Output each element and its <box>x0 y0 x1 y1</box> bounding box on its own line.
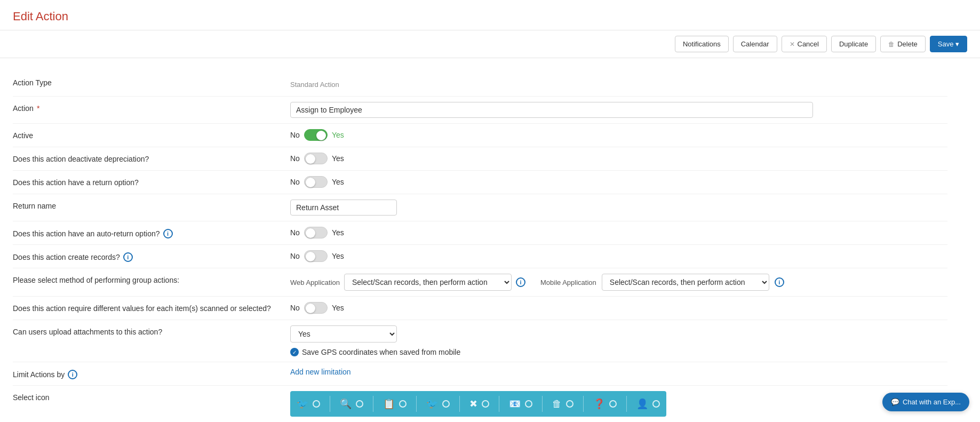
upload-attachments-select[interactable]: Yes <box>290 325 397 343</box>
search-icon: 🔍 <box>340 398 352 410</box>
upload-attachments-label: Can users upload attachments to this act… <box>13 325 290 336</box>
icon-radio-help[interactable] <box>609 400 617 408</box>
mobile-app-info-icon[interactable]: i <box>775 277 784 287</box>
icon-item-trash[interactable]: 🗑 <box>552 399 573 410</box>
icon-item-user[interactable]: 👤 <box>636 398 660 410</box>
create-records-info-icon[interactable]: i <box>123 252 133 262</box>
toggle-track[interactable] <box>304 227 328 238</box>
deactivate-toggle[interactable] <box>304 153 328 164</box>
save-button[interactable]: Save ▾ <box>930 36 967 52</box>
deactivate-depreciation-label: Does this action deactivate depreciation… <box>13 153 290 163</box>
action-type-row: Action Type Standard Action <box>13 71 947 97</box>
icon-item-bird[interactable]: 🐦 <box>426 398 450 410</box>
create-records-toggle[interactable] <box>304 250 328 262</box>
deactivate-toggle-group: No Yes <box>290 153 344 164</box>
save-gps-checkbox-group: ✓ Save GPS coordinates when saved from m… <box>290 348 460 356</box>
return-option-label: Does this action have a return option? <box>13 176 290 187</box>
toggle-track[interactable] <box>304 129 328 141</box>
icon-item-help[interactable]: ❓ <box>593 398 617 410</box>
different-values-label: Does this action require different value… <box>13 302 290 313</box>
action-label: Action* <box>13 102 290 113</box>
active-row: Active No Yes <box>13 124 947 147</box>
different-values-toggle[interactable] <box>304 302 328 314</box>
auto-return-toggle[interactable] <box>304 227 328 238</box>
toggle-thumb <box>306 178 315 187</box>
toggle-thumb <box>306 252 315 261</box>
separator <box>459 396 460 412</box>
toggle-track[interactable] <box>304 250 328 262</box>
icon-picker-row: 🐦 🔍 📋 🐦 <box>290 391 666 417</box>
group-actions-row: Please select method of performing group… <box>13 268 947 297</box>
main-content: Action Type Standard Action Action* Acti… <box>0 58 960 422</box>
return-option-toggle-group: No Yes <box>290 176 344 188</box>
separator <box>542 396 543 412</box>
active-toggle[interactable] <box>304 129 328 141</box>
trash-icon: 🗑 <box>888 41 895 48</box>
icon-radio-trash[interactable] <box>566 400 573 408</box>
icon-radio-user[interactable] <box>652 400 660 408</box>
icon-item-email[interactable]: 📧 <box>509 398 532 410</box>
separator <box>330 396 330 412</box>
return-name-label: Return name <box>13 200 290 210</box>
toggle-track[interactable] <box>304 176 328 188</box>
return-name-value <box>290 200 947 216</box>
icon-radio-email[interactable] <box>525 400 532 408</box>
web-app-label: Web Application <box>290 278 340 286</box>
active-value: No Yes <box>290 129 947 141</box>
limit-actions-info-icon[interactable]: i <box>68 370 77 379</box>
icon-radio-bird[interactable] <box>442 400 450 408</box>
icon-item-search[interactable]: 🔍 <box>340 398 363 410</box>
toggle-track[interactable] <box>304 302 328 314</box>
create-records-row: Does this action create records? i No Ye… <box>13 245 947 268</box>
action-input[interactable] <box>290 102 813 118</box>
notifications-button[interactable]: Notifications <box>675 36 729 52</box>
icon-item-twitter[interactable]: 🐦 <box>297 398 320 410</box>
email-icon: 📧 <box>509 398 521 410</box>
close-x-icon: ✖ <box>469 398 477 410</box>
icon-radio-search[interactable] <box>356 400 363 408</box>
auto-return-value: No Yes <box>290 227 947 238</box>
trash2-icon: 🗑 <box>552 399 562 410</box>
toggle-track[interactable] <box>304 153 328 164</box>
select-icon-label: Select icon <box>13 391 290 402</box>
chat-label: Chat with an Exp... <box>903 398 961 406</box>
auto-return-label: Does this action have an auto-return opt… <box>13 227 290 238</box>
active-label: Active <box>13 129 290 140</box>
delete-button[interactable]: 🗑 Delete <box>880 36 926 52</box>
icon-radio-list[interactable] <box>399 400 407 408</box>
calendar-button[interactable]: Calendar <box>733 36 777 52</box>
chat-button[interactable]: 💬 Chat with an Exp... <box>882 393 969 411</box>
duplicate-button[interactable]: Duplicate <box>831 36 876 52</box>
separator <box>416 396 417 412</box>
mobile-app-select[interactable]: Select/Scan records, then perform action <box>602 274 769 291</box>
web-app-info-icon[interactable]: i <box>516 277 525 287</box>
deactivate-depreciation-row: Does this action deactivate depreciation… <box>13 147 947 171</box>
upload-attachments-row: Can users upload attachments to this act… <box>13 320 947 362</box>
mobile-app-label: Mobile Application <box>540 278 596 286</box>
cancel-button[interactable]: ✕ Cancel <box>782 36 827 52</box>
toggle-thumb <box>306 228 315 238</box>
web-app-select[interactable]: Select/Scan records, then perform action <box>344 274 512 291</box>
chat-icon: 💬 <box>891 398 899 406</box>
toolbar: Notifications Calendar ✕ Cancel Duplicat… <box>0 30 980 58</box>
list-icon: 📋 <box>383 398 395 410</box>
return-option-toggle[interactable] <box>304 176 328 188</box>
add-limitation-link[interactable]: Add new limitation <box>290 368 351 376</box>
separator <box>626 396 627 412</box>
auto-return-toggle-group: No Yes <box>290 227 344 238</box>
icon-item-close[interactable]: ✖ <box>469 398 489 410</box>
close-icon: ✕ <box>790 41 795 48</box>
different-values-toggle-group: No Yes <box>290 302 344 314</box>
icon-radio-twitter[interactable] <box>313 400 320 408</box>
save-gps-checkbox[interactable]: ✓ <box>290 348 299 356</box>
active-toggle-group: No Yes <box>290 129 344 141</box>
icon-item-list[interactable]: 📋 <box>383 398 407 410</box>
active-no-label: No <box>290 131 300 139</box>
limit-actions-row: Limit Actions by i Add new limitation <box>13 362 947 386</box>
icon-radio-close[interactable] <box>482 400 489 408</box>
return-name-input[interactable] <box>290 200 397 216</box>
auto-return-info-icon[interactable]: i <box>163 229 173 238</box>
toggle-thumb <box>316 131 326 140</box>
return-option-row: Does this action have a return option? N… <box>13 171 947 194</box>
different-values-row: Does this action require different value… <box>13 297 947 320</box>
